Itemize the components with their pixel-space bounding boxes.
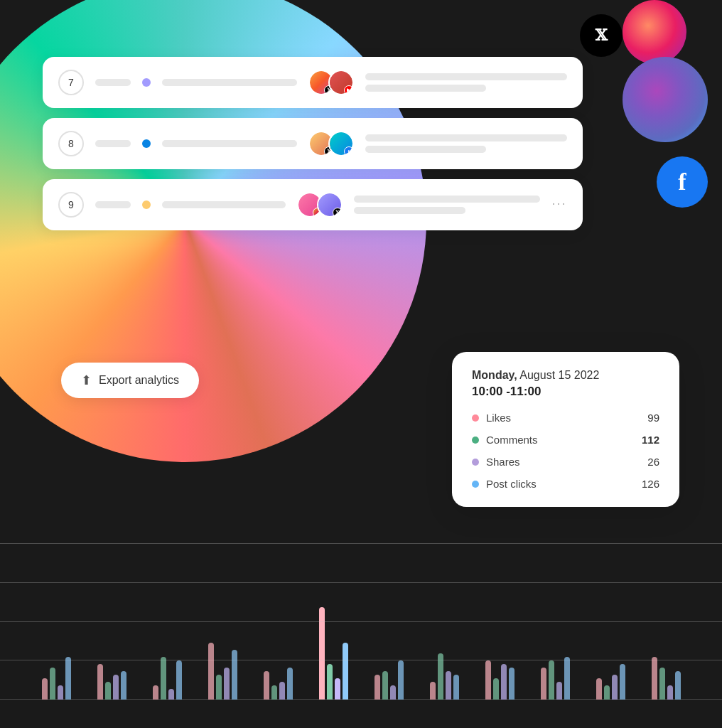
post-number-2: 8 (58, 131, 84, 156)
export-icon: ⬆ (81, 373, 92, 388)
chart-group-9 (527, 657, 583, 700)
chart-bar-purple (556, 682, 562, 700)
post-dot-1 (142, 78, 151, 87)
shares-value: 26 (647, 456, 659, 468)
chart-bar-purple (168, 689, 174, 700)
tooltip-likes-row: Likes 99 (472, 412, 659, 424)
postclicks-text: Post clicks (486, 478, 537, 490)
badge-x-3: 𝕏 (333, 208, 343, 218)
likes-dot (472, 414, 479, 422)
chart-group-8 (472, 660, 527, 700)
chart-bar-green (549, 660, 554, 700)
chart-bar-purple (279, 682, 285, 700)
post-bar-1 (95, 79, 131, 86)
post-dot-3 (142, 200, 151, 209)
chart-bar-blue (509, 668, 514, 700)
chart-bar-pink (375, 675, 380, 700)
post-row-3[interactable]: 9 𝕏 ⋮ (43, 179, 583, 230)
text-line-2b (365, 146, 487, 153)
chart-group-11 (638, 657, 694, 700)
x-social-bubble[interactable]: 𝕏 (580, 14, 623, 57)
more-options-icon-3[interactable]: ⋮ (551, 197, 568, 213)
text-line-1b (365, 85, 487, 92)
chart-bar-green (604, 685, 610, 700)
chart-group-7 (416, 653, 472, 700)
post-avatars-3: 𝕏 (297, 192, 343, 218)
tooltip-time: 10:00 -11:00 (472, 385, 659, 399)
chart-bar-purple (501, 664, 507, 700)
tooltip-date-day: Monday, (472, 369, 517, 381)
chart-group-5 (306, 607, 361, 700)
facebook-bubble[interactable]: f (657, 156, 708, 208)
chart-bar-green (161, 657, 166, 700)
badge-fb-2: f (344, 146, 354, 156)
post-dot-2 (142, 139, 151, 148)
likes-text: Likes (486, 412, 511, 424)
text-line-3b (354, 207, 465, 214)
chart-bar-purple (113, 675, 119, 700)
chart-bar-purple (335, 678, 340, 700)
chart-bar-blue (620, 664, 625, 700)
tooltip-postclicks-label: Post clicks (472, 478, 537, 490)
tooltip-comments-row: Comments 112 (472, 434, 659, 446)
chart-bar-pink (42, 678, 48, 700)
shares-dot (472, 459, 479, 466)
post-bar-long-1 (162, 79, 297, 86)
analytics-tooltip-card: Monday, August 15 2022 10:00 -11:00 Like… (452, 352, 679, 507)
post-number-1: 7 (58, 70, 84, 95)
post-number-3: 9 (58, 192, 84, 218)
chart-bar-purple (667, 685, 673, 700)
chart-bar-green (327, 664, 333, 700)
tooltip-shares-row: Shares 26 (472, 456, 659, 468)
likes-value: 99 (647, 412, 659, 424)
post-row-2[interactable]: 8 𝕏 f (43, 118, 583, 169)
comments-dot (472, 437, 479, 444)
chart-bar-purple (446, 671, 451, 700)
postclicks-value: 126 (642, 478, 659, 490)
export-analytics-label: Export analytics (99, 374, 179, 387)
posts-list: 7 𝕏 ▶ 8 (43, 57, 583, 230)
chart-bar-green (105, 682, 111, 700)
post-bar-3 (95, 201, 131, 208)
chart-group-6 (361, 660, 416, 700)
chart-bar-blue (287, 668, 293, 700)
chart-bar-purple (224, 668, 230, 700)
chart-bar-pink (153, 685, 158, 700)
tooltip-postclicks-row: Post clicks 126 (472, 478, 659, 490)
chart-group-0 (28, 657, 84, 700)
chart-bar-green (382, 671, 388, 700)
chart-bar-blue (121, 671, 126, 700)
chart-bar-blue (453, 675, 459, 700)
chart-group-2 (139, 657, 195, 700)
tooltip-likes-label: Likes (472, 412, 511, 424)
chart-line-2 (0, 582, 722, 583)
chart-line-3 (0, 621, 722, 622)
post-bar-2 (95, 140, 131, 147)
chart-bar-pink (652, 657, 657, 700)
chart-bar-green (50, 668, 55, 700)
color-bubble-1 (623, 0, 686, 64)
post-avatars-2: 𝕏 f (308, 131, 354, 156)
chart-bar-pink (319, 607, 325, 700)
chart-bar-blue (176, 660, 182, 700)
chart-bar-blue (564, 657, 570, 700)
post-bar-long-3 (162, 201, 286, 208)
bar-chart (0, 543, 722, 728)
chart-bar-green (216, 675, 222, 700)
chart-bar-blue (232, 650, 237, 700)
post-avatars-1: 𝕏 ▶ (308, 70, 354, 95)
avatar-3-2: 𝕏 (317, 192, 343, 218)
chart-bar-blue (675, 671, 681, 700)
tooltip-comments-label: Comments (472, 434, 538, 446)
chart-bar-pink (430, 682, 436, 700)
x-icon: 𝕏 (595, 26, 607, 45)
scene: 𝕏 f 7 𝕏 ▶ (0, 0, 722, 728)
text-line-2a (365, 134, 567, 141)
export-analytics-button[interactable]: ⬆ Export analytics (61, 363, 199, 398)
text-line-1a (365, 73, 567, 80)
avatar-1-2: ▶ (328, 70, 354, 95)
post-row-1[interactable]: 7 𝕏 ▶ (43, 57, 583, 108)
chart-bar-pink (208, 643, 214, 700)
post-text-2 (365, 134, 567, 153)
tooltip-shares-label: Shares (472, 456, 520, 468)
